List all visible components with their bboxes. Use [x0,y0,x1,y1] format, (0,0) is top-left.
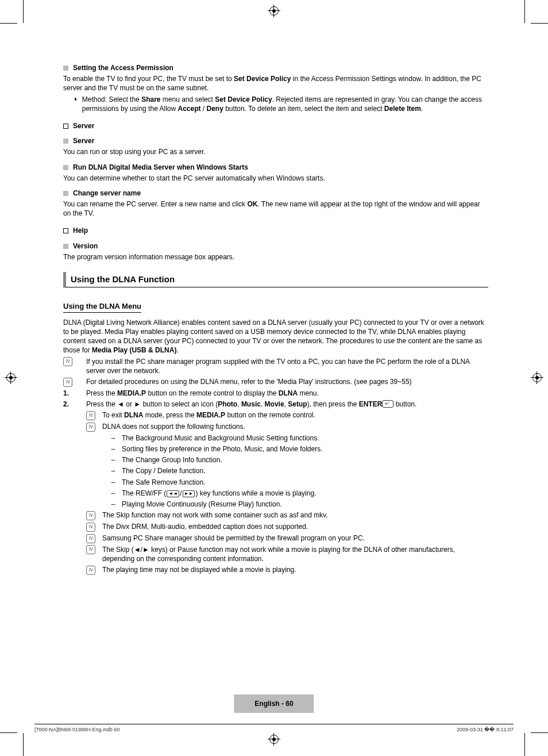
dash-icon: – [110,433,116,443]
registration-mark-icon [532,373,542,383]
page-number-badge: English - 60 [234,694,314,713]
dash-icon: – [110,466,116,475]
dash-icon: – [110,478,116,487]
run-dlna-heading: Run DLNA Digital Media Server when Windo… [63,163,488,172]
crop-mark [0,732,17,733]
note-icon: N [63,378,72,387]
crop-mark [23,733,24,756]
registration-mark-icon [269,6,279,16]
version-text: The program version information message … [63,252,488,262]
note-exit-dlna: N To exit DLNA mode, press the MEDIA.P b… [86,410,488,420]
note-skip-container: NThe Skip function may not work with som… [86,511,488,520]
note-skip-pause: NThe Skip (◄/► keys) or Pause function m… [86,545,488,563]
dash-icon: – [110,500,116,509]
note-see-media-play: N For detailed procedures on using the D… [63,377,488,387]
change-server-name-text: You can rename the PC server. Enter a ne… [63,199,488,218]
square-bullet-icon [63,244,68,249]
heading-text: Setting the Access Permission [73,64,173,72]
square-bullet-icon [63,66,68,71]
footer-meta: [7000-NA]BN68-01988H-Eng.indb 60 2009-03… [34,724,514,733]
step-number: 2. [63,400,71,409]
dash-item: –Playing Movie Continuously (Resume Play… [109,500,488,509]
note-icon: N [63,357,72,366]
version-heading: Version [63,241,488,251]
registration-mark-icon [6,373,16,383]
dash-icon: – [110,455,116,465]
square-bullet-icon [63,139,68,144]
access-method-text: Method: Select the Share menu and select… [63,95,488,113]
dash-item: –The Copy / Delete function. [109,466,488,475]
dash-item: –Sorting files by preference in the Phot… [109,444,488,454]
run-dlna-text: You can determine whether to start the P… [63,174,488,183]
square-bullet-icon [63,165,68,170]
note-icon: N [86,511,95,520]
crop-mark [531,23,548,24]
crop-mark [531,732,548,733]
dash-item: –The REW/FF (◄◄/►►) key functions while … [109,489,488,498]
dash-item: –The Change Group Info function. [109,455,488,465]
server-item-text: You can run or stop using your PC as a s… [63,147,488,156]
outline-square-icon [63,228,68,233]
crop-mark [23,0,24,23]
crop-mark [524,733,525,756]
dash-icon: – [110,489,116,498]
dash-icon: – [110,444,116,454]
dlna-menu-heading: Using the DLNA Menu [63,301,141,313]
rew-icon: ◄◄ [167,490,179,497]
server-item-heading: Server [63,136,488,145]
note-icon: N [86,545,95,554]
access-permission-text: To enable the TV to find your PC, the TV… [63,74,488,93]
server-section-heading: Server [63,121,488,131]
page-content: Setting the Access Permission To enable … [63,57,488,577]
registration-mark-icon [269,734,279,745]
outline-square-icon [63,124,68,129]
step-1: 1. Press the MEDIA.P button on the remot… [63,389,488,398]
note-divx: NThe Divx DRM, Multi-audio, embedded cap… [86,522,488,532]
square-bullet-icon [63,191,68,196]
note-install-pc-share: N If you install the PC share manager pr… [63,357,488,375]
step-number: 1. [63,389,71,398]
note-playing-time: NThe playing time may not be displayed w… [86,565,488,575]
crop-mark [0,23,17,24]
dash-item: –The Safe Remove function. [109,478,488,487]
note-icon: N [86,523,95,532]
disc-bullet-icon [75,98,76,101]
dash-item: –The Background Music and Background Mus… [109,433,488,443]
note-firewall: NSamsung PC Share manager should be perm… [86,534,488,543]
help-section-heading: Help [63,226,488,235]
note-icon: N [86,534,95,543]
footer-filename: [7000-NA]BN68-01988H-Eng.indb 60 [34,726,120,733]
enter-icon [382,400,393,408]
ff-icon: ►► [183,490,195,497]
dlna-function-title: Using the DLNA Function [63,272,488,287]
step-2: 2. Press the ◄ or ► button to select an … [63,400,488,409]
note-icon: N [86,566,95,575]
footer-timestamp: 2009-03-31 �� 8:11:07 [457,726,514,733]
note-icon: N [86,423,95,432]
change-server-name-heading: Change server name [63,189,488,198]
dlna-intro-text: DLNA (Digital Living Network Alliance) e… [63,318,488,355]
note-icon: N [86,411,95,420]
access-permission-heading: Setting the Access Permission [63,63,488,72]
note-not-supported: N DLNA does not support the following fu… [86,422,488,432]
crop-mark [524,0,525,23]
